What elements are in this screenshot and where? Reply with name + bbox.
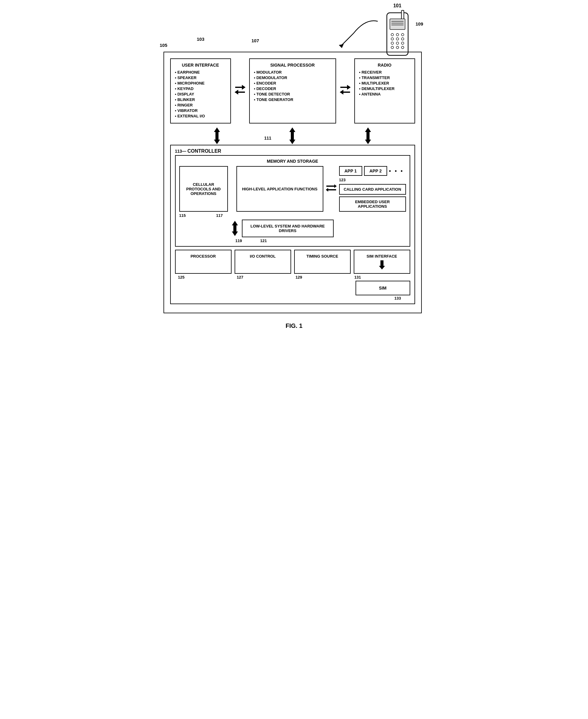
sp-item-demodulator: DEMODULATOR: [254, 76, 331, 80]
ref-row-119-121: 119 121: [179, 238, 406, 243]
lowlevel-box: LOW-LEVEL SYSTEM AND HARDWARE DRIVERS: [242, 220, 334, 237]
signal-processor-box: SIGNAL PROCESSOR MODULATOR DEMODULATOR E…: [249, 58, 336, 123]
signal-processor-title: SIGNAL PROCESSOR: [254, 63, 331, 67]
processor-box: PROCESSOR: [175, 250, 232, 274]
ui-item-blinker: BLINKER: [175, 97, 226, 102]
vert-arrow-down: [230, 220, 239, 237]
ref-117-label: 117: [216, 213, 223, 218]
ref-107-label: 107: [252, 38, 259, 43]
sim-box: SIM: [356, 281, 410, 295]
vert-arrow-right: [363, 127, 373, 144]
top-row: USER INTERFACE EARPHONE SPEAKER MICROPHO…: [170, 58, 415, 123]
svg-point-14: [401, 42, 404, 44]
radio-item-multiplexer: MULTIPLEXER: [359, 81, 410, 85]
ui-item-external-io: EXTERNAL I/O: [175, 114, 226, 118]
svg-marker-19: [235, 85, 246, 90]
signal-processor-list: MODULATOR DEMODULATOR ENCODER DECODER TO…: [254, 70, 331, 102]
ui-item-display: DISPLAY: [175, 92, 226, 96]
ui-item-ringer: RINGER: [175, 103, 226, 107]
main-box: USER INTERFACE EARPHONE SPEAKER MICROPHO…: [164, 52, 422, 313]
fig-label: FIG. 1: [164, 322, 425, 329]
sim-row: SIM: [175, 281, 410, 295]
arrow-highlevel-apps: [326, 166, 337, 212]
svg-point-11: [401, 38, 404, 40]
svg-rect-2: [390, 19, 405, 29]
svg-marker-32: [232, 225, 238, 236]
ref-133-label: 133: [395, 296, 410, 300]
svg-point-13: [396, 42, 399, 44]
radio-item-receiver: RECEIVER: [359, 70, 410, 75]
highlevel-box: HIGH-LEVEL APPLICATION FUNCTIONS: [236, 166, 323, 212]
ui-item-earphone: EARPHONE: [175, 70, 226, 75]
cellular-protocols-box: CELLULAR PROTOCOLS AND OPERATIONS: [179, 166, 228, 212]
vert-arrow-left: [212, 127, 222, 144]
svg-marker-18: [339, 44, 344, 48]
svg-point-12: [391, 42, 394, 44]
svg-marker-24: [214, 132, 220, 144]
vert-arrow-middle: [288, 127, 297, 144]
calling-card-box: CALLING CARD APPLICATION: [339, 184, 406, 195]
user-interface-list: EARPHONE SPEAKER MICROPHONE KEYPAD DISPL…: [175, 70, 226, 118]
svg-marker-20: [235, 90, 245, 95]
ui-item-keypad: KEYPAD: [175, 86, 226, 91]
svg-point-16: [396, 46, 399, 49]
ui-item-microphone: MICROPHONE: [175, 81, 226, 85]
sim-down-arrow-svg: [378, 260, 385, 269]
ref-105-label: 105: [160, 43, 167, 48]
mid-left-spacer: [179, 220, 228, 237]
page-container: 101 109: [158, 6, 431, 336]
apps-top-row: APP 1 APP 2 • • •: [339, 166, 406, 176]
bottom-components-row: PROCESSOR I/O CONTROL TIMING SOURCE SIM …: [175, 250, 410, 274]
vert-arrows-section: 111: [170, 126, 415, 145]
vert-arrow-right-svg: [363, 127, 373, 144]
ref-row-115-117: 115 117: [179, 213, 406, 218]
svg-point-8: [401, 34, 404, 36]
sim-down-arrow: [357, 260, 406, 269]
svg-point-6: [391, 34, 394, 36]
memory-inner-row: CELLULAR PROTOCOLS AND OPERATIONS HIGH-L…: [179, 166, 406, 212]
arrow-sp-radio: [339, 58, 351, 123]
ref-113-label: 113— CONTROLLER: [175, 148, 410, 154]
svg-point-7: [396, 34, 399, 36]
phone-arrow-svg: [335, 15, 390, 52]
ui-item-vibrator: VIBRATOR: [175, 108, 226, 113]
ref-127-label: 127: [234, 275, 293, 280]
radio-box: RADIO RECEIVER TRANSMITTER MULTIPLEXER D…: [354, 58, 415, 123]
timing-source-box: TIMING SOURCE: [294, 250, 351, 274]
mid-right-spacer: [336, 220, 406, 237]
controller-title: CONTROLLER: [188, 148, 221, 154]
sp-item-tone-generator: TONE GENERATOR: [254, 97, 331, 102]
radio-item-antenna: ANTENNA: [359, 92, 410, 96]
io-control-box: I/O CONTROL: [235, 250, 291, 274]
ref-121-label: 121: [260, 238, 267, 243]
dots-indicator: • • •: [389, 168, 404, 174]
user-interface-box: USER INTERFACE EARPHONE SPEAKER MICROPHO…: [170, 58, 231, 123]
vert-arrow-down-svg: [231, 221, 238, 236]
svg-marker-22: [340, 90, 350, 95]
memory-title: MEMORY AND STORAGE: [179, 159, 406, 164]
svg-marker-29: [327, 184, 337, 188]
svg-marker-33: [379, 260, 385, 269]
arrow-ui-sp: [234, 58, 246, 123]
ref-115-label: 115: [179, 213, 186, 218]
sim-spacer: [301, 281, 356, 295]
ref-111-label: 111: [265, 136, 271, 141]
bidirectional-arrow-3: [326, 184, 337, 194]
radio-list: RECEIVER TRANSMITTER MULTIPLEXER DEMULTI…: [359, 70, 410, 96]
ui-item-speaker: SPEAKER: [175, 76, 226, 80]
ref-103-label: 103: [197, 37, 205, 42]
svg-point-10: [396, 38, 399, 40]
embedded-box: EMBEDDED USER APPLICATIONS: [339, 197, 406, 212]
sp-item-tone-detector: TONE DETECTOR: [254, 92, 331, 96]
ref-131-label: 131: [351, 275, 410, 280]
radio-item-transmitter: TRANSMITTER: [359, 76, 410, 80]
ref-129-label: 129: [293, 275, 352, 280]
controller-box: 113— CONTROLLER MEMORY AND STORAGE CELLU…: [170, 145, 415, 304]
mid-section: LOW-LEVEL SYSTEM AND HARDWARE DRIVERS: [179, 220, 406, 237]
svg-point-15: [391, 46, 394, 49]
apps-section: APP 1 APP 2 • • • 123 CALLING CARD APPLI…: [339, 166, 406, 212]
radio-title: RADIO: [359, 63, 410, 67]
svg-marker-30: [326, 188, 336, 192]
app1-box: APP 1: [339, 166, 362, 176]
bidirectional-arrow-2: [340, 85, 351, 97]
